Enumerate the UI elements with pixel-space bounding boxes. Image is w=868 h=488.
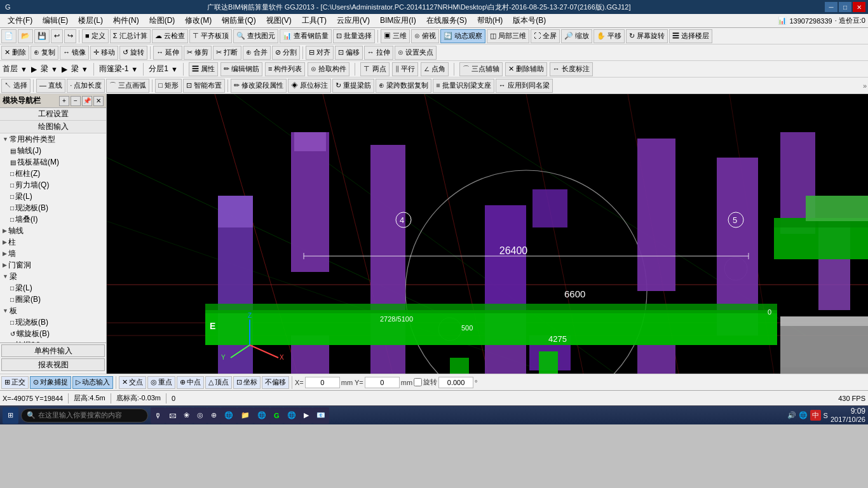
taskbar-app-9[interactable]: G (270, 407, 283, 424)
break-btn[interactable]: ✂ 打断 (213, 46, 241, 60)
calc-btn[interactable]: Σ 汇总计算 (110, 29, 151, 43)
close-button[interactable]: ✕ (853, 2, 865, 12)
tree-cast-slab2[interactable]: □ 现浇板(B) (0, 316, 106, 328)
smart-layout-btn[interactable]: ⊡ 智能布置 (183, 79, 225, 93)
local-3d-btn[interactable]: ◫ 局部三维 (487, 29, 529, 43)
select-floor-btn[interactable]: ☰ 选择楼层 (669, 29, 712, 43)
tree-slab-group[interactable]: ▼ 板 (0, 305, 106, 316)
pan-btn[interactable]: ✋ 平移 (593, 29, 625, 43)
stretch-btn[interactable]: ↔ 拉伸 (364, 46, 393, 60)
viewport[interactable]: 26400 6600 2728/5100 500 0 4275 E D 4 5 … (107, 94, 868, 374)
move-btn[interactable]: ✛ 移动 (90, 46, 118, 60)
ime-indicator[interactable]: 中 (810, 410, 821, 421)
extend-btn[interactable]: ↔ 延伸 (153, 46, 182, 60)
menu-rebar[interactable]: 钢筋量(Q) (217, 14, 261, 27)
tree-common-types[interactable]: ▼ 常用构件类型 (0, 133, 106, 145)
vertex-btn[interactable]: △ 顶点 (205, 376, 232, 389)
del-aux-btn[interactable]: ✕ 删除辅助 (505, 62, 547, 76)
select-tool-btn[interactable]: ↖ 选择 (1, 79, 31, 93)
taskbar-app-5[interactable]: ⊕ (207, 407, 220, 424)
menu-bim[interactable]: BIM应用(I) (375, 14, 421, 27)
menu-cloud[interactable]: 云应用(V) (332, 14, 375, 27)
tree-ring-beam[interactable]: □ 圈梁(B) (0, 294, 106, 305)
start-button[interactable]: ⊞ (3, 407, 18, 424)
midpoint-btn[interactable]: ◎ 重点 (147, 376, 175, 389)
tree-beam[interactable]: □ 梁(L) (0, 191, 106, 202)
straight-line-btn[interactable]: — 直线 (36, 79, 65, 93)
taskbar-app-2[interactable]: 🖂 (165, 407, 180, 424)
tree-col-group[interactable]: ▶ 柱 (0, 236, 106, 248)
3d-btn[interactable]: ▣ 三维 (381, 29, 410, 43)
nav-pin-btn[interactable]: 📌 (82, 96, 92, 106)
menu-component[interactable]: 构件(N) (108, 14, 144, 27)
modify-seg-btn[interactable]: ✏ 修改梁段属性 (231, 79, 287, 93)
three-arc2-btn[interactable]: ⌒ 三点画弧 (106, 79, 149, 93)
find-elem-btn[interactable]: 🔍 查找图元 (233, 29, 278, 43)
tree-shear-wall[interactable]: □ 剪力墙(Q) (0, 179, 106, 191)
x-input[interactable] (305, 377, 340, 388)
rect-btn[interactable]: □ 矩形 (155, 79, 182, 93)
menu-edit[interactable]: 编辑(E) (37, 14, 73, 27)
ortho-btn[interactable]: ⊞ 正交 (1, 376, 29, 389)
undo-btn[interactable]: ↩ (51, 29, 63, 43)
offset-btn[interactable]: ⊡ 偏移 (335, 46, 363, 60)
property-btn[interactable]: ☰ 属性 (189, 62, 218, 76)
y-input[interactable] (365, 377, 400, 388)
snap-btn[interactable]: ⊙ 对象捕捉 (30, 376, 71, 389)
single-input-btn[interactable]: 单构件输入 (1, 344, 105, 357)
menu-tools[interactable]: 工具(T) (297, 14, 332, 27)
tree-wall-beam[interactable]: □ 墙叠(I) (0, 214, 106, 225)
tree-frame-col[interactable]: □ 框柱(Z) (0, 168, 106, 179)
expand-arrow[interactable]: » (863, 82, 867, 90)
level-top-btn[interactable]: ⊤ 平齐板顶 (189, 29, 232, 43)
nav-plus-btn[interactable]: + (59, 96, 69, 106)
search-bar[interactable]: 🔍 在这里输入你要搜索的内容 (21, 409, 148, 423)
intersection-btn[interactable]: ✕ 交点 (119, 376, 146, 389)
minimize-button[interactable]: ─ (825, 2, 837, 12)
menu-floor[interactable]: 楼层(L) (73, 14, 108, 27)
taskbar-app-1[interactable]: 🎙 (151, 407, 165, 424)
taskbar-app-7[interactable]: 📁 (237, 407, 254, 424)
rotate-checkbox[interactable] (414, 378, 422, 386)
taskbar-app-10[interactable]: 🌐 (283, 407, 300, 424)
tree-beam-l[interactable]: □ 梁(L) (0, 282, 106, 294)
tree-spiral-slab[interactable]: ↺ 螺旋板(B) (0, 328, 106, 339)
define-btn[interactable]: ■ 定义 (82, 29, 109, 43)
dynamic-input-btn[interactable]: ▷ 动态输入 (72, 376, 113, 389)
rotate-btn[interactable]: ↻ 屏幕旋转 (626, 29, 668, 43)
taskbar-app-11[interactable]: ▶ (300, 407, 313, 424)
coord-btn[interactable]: ⊡ 坐标 (233, 376, 261, 389)
menu-draw[interactable]: 绘图(D) (144, 14, 180, 27)
taskbar-app-6[interactable]: 🌐 (220, 407, 237, 424)
tree-axis-group[interactable]: ▶ 轴线 (0, 225, 106, 236)
pick-comp-btn[interactable]: ⊙ 拾取构件 (308, 62, 349, 76)
parallel-btn[interactable]: ∥ 平行 (392, 62, 418, 76)
zoom-btn[interactable]: 🔎 缩放 (561, 29, 592, 43)
nav-draw-input[interactable]: 绘图输入 (0, 121, 106, 133)
top-view-btn[interactable]: ⊙ 俯视 (411, 29, 439, 43)
menu-file[interactable]: 文件(F) (3, 14, 37, 27)
menu-view[interactable]: 视图(V) (261, 14, 297, 27)
nav-minus-btn[interactable]: − (71, 96, 81, 106)
new-btn[interactable]: 📄 (1, 29, 17, 43)
nav-project-settings[interactable]: 工程设置 (0, 108, 106, 121)
cloud-check-btn[interactable]: ☁ 云检查 (152, 29, 188, 43)
delete-btn[interactable]: ✕ 删除 (1, 46, 29, 60)
redraw-beam-btn[interactable]: ↻ 重提梁筋 (332, 79, 374, 93)
menu-help[interactable]: 帮助(H) (472, 14, 508, 27)
tree-pad-foundation[interactable]: ▤ 筏板基础(M) (0, 156, 106, 168)
tree-wall-group[interactable]: ▶ 墙 (0, 248, 106, 259)
point-angle-btn[interactable]: ∠ 点角 (421, 62, 449, 76)
center-btn[interactable]: ⊕ 中点 (177, 376, 204, 389)
three-arc-btn[interactable]: ⌒ 三点辅轴 (459, 62, 503, 76)
two-point-btn[interactable]: ⊤ 两点 (360, 62, 389, 76)
report-btn[interactable]: 报表视图 (1, 358, 105, 371)
dynamic-view-btn[interactable]: 🔄 动态观察 (440, 29, 485, 43)
save-btn[interactable]: 💾 (34, 29, 50, 43)
taskbar-app-8[interactable]: 🌐 (254, 407, 270, 424)
comp-list-btn[interactable]: ≡ 构件列表 (265, 62, 305, 76)
length-label-btn[interactable]: ↔ 长度标注 (550, 62, 593, 76)
menu-version[interactable]: 版本号(B) (508, 14, 551, 27)
copy-span-btn[interactable]: ⊕ 梁跨数据复制 (376, 79, 431, 93)
menu-online[interactable]: 在线服务(S) (421, 14, 472, 27)
